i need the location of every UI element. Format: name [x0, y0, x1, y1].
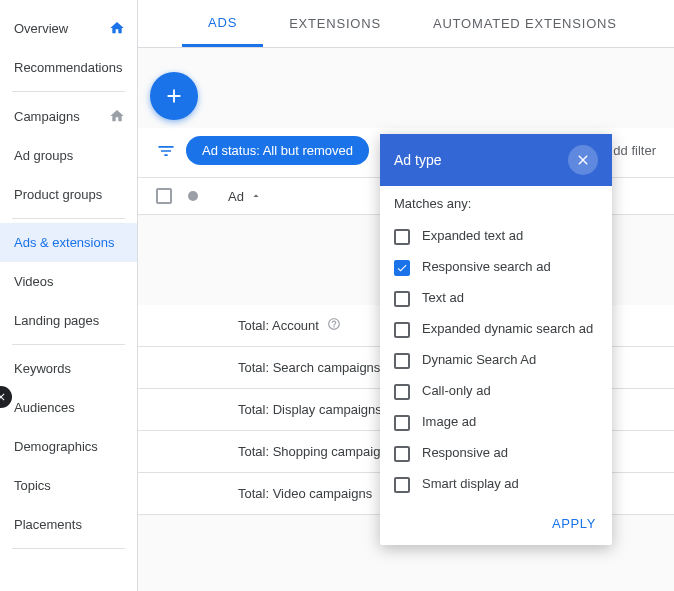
sidebar-item-recommendations[interactable]: Recommendations	[0, 48, 137, 87]
option-label: Text ad	[422, 290, 464, 305]
column-label: Ad	[228, 189, 244, 204]
tab-extensions[interactable]: EXTENSIONS	[263, 0, 407, 47]
sidebar-item-label: Topics	[14, 478, 51, 493]
option-responsive-ad[interactable]: Responsive ad	[394, 438, 600, 469]
sidebar-item-label: Keywords	[14, 361, 71, 376]
option-label: Call-only ad	[422, 383, 491, 398]
close-icon	[575, 152, 591, 168]
home-icon	[109, 108, 125, 124]
popup-title: Ad type	[394, 152, 441, 168]
help-icon[interactable]	[327, 317, 341, 334]
summary-label: Total: Shopping campaig	[238, 444, 380, 459]
option-call-only[interactable]: Call-only ad	[394, 376, 600, 407]
sidebar-item-placements[interactable]: Placements	[0, 505, 137, 544]
option-text-ad[interactable]: Text ad	[394, 283, 600, 314]
summary-label: Total: Search campaigns	[238, 360, 380, 375]
summary-label: Total: Account	[238, 318, 319, 333]
sidebar-item-topics[interactable]: Topics	[0, 466, 137, 505]
plus-icon	[163, 85, 185, 107]
divider	[12, 548, 125, 549]
matches-label: Matches any:	[394, 196, 600, 211]
sidebar-item-label: Landing pages	[14, 313, 99, 328]
apply-button[interactable]: APPLY	[552, 516, 596, 531]
home-icon	[109, 20, 125, 36]
option-label: Expanded dynamic search ad	[422, 321, 593, 336]
filter-chip[interactable]: Ad status: All but removed	[186, 136, 369, 165]
option-label: Image ad	[422, 414, 476, 429]
status-dot	[188, 191, 198, 201]
sidebar-item-label: Overview	[14, 21, 68, 36]
close-icon	[0, 391, 7, 403]
sidebar-item-ads-extensions[interactable]: Ads & extensions	[0, 223, 137, 262]
sidebar-item-label: Ads & extensions	[14, 235, 114, 250]
sidebar-item-label: Audiences	[14, 400, 75, 415]
sidebar-item-audiences[interactable]: Audiences	[0, 388, 137, 427]
filter-icon[interactable]	[152, 141, 180, 161]
popup-footer: APPLY	[380, 506, 612, 545]
sidebar-item-label: Recommendations	[14, 60, 122, 75]
tab-ads[interactable]: ADS	[182, 0, 263, 47]
sidebar-item-label: Placements	[14, 517, 82, 532]
select-all-checkbox[interactable]	[156, 188, 172, 204]
sidebar-item-label: Product groups	[14, 187, 102, 202]
close-button[interactable]	[568, 145, 598, 175]
ad-type-popup: Ad type Matches any: Expanded text ad Re…	[380, 134, 612, 545]
option-label: Responsive search ad	[422, 259, 551, 274]
popup-header: Ad type	[380, 134, 612, 186]
sidebar-item-label: Videos	[14, 274, 54, 289]
check-icon	[396, 262, 408, 274]
sidebar: Overview Recommendations Campaigns Ad gr…	[0, 0, 138, 591]
sidebar-item-productgroups[interactable]: Product groups	[0, 175, 137, 214]
tabs: ADS EXTENSIONS AUTOMATED EXTENSIONS	[138, 0, 674, 48]
option-label: Smart display ad	[422, 476, 519, 491]
add-filter[interactable]: dd filter	[613, 143, 660, 158]
option-smart-display[interactable]: Smart display ad	[394, 469, 600, 500]
tab-automated-extensions[interactable]: AUTOMATED EXTENSIONS	[407, 0, 643, 47]
sidebar-item-videos[interactable]: Videos	[0, 262, 137, 301]
sidebar-item-campaigns[interactable]: Campaigns	[0, 96, 137, 136]
summary-label: Total: Display campaigns	[238, 402, 382, 417]
sidebar-item-label: Ad groups	[14, 148, 73, 163]
option-expanded-dynamic[interactable]: Expanded dynamic search ad	[394, 314, 600, 345]
divider	[12, 91, 125, 92]
column-ad[interactable]: Ad	[228, 189, 262, 204]
add-button[interactable]	[150, 72, 198, 120]
option-label: Responsive ad	[422, 445, 508, 460]
option-expanded-text-ad[interactable]: Expanded text ad	[394, 221, 600, 252]
option-responsive-search-ad[interactable]: Responsive search ad	[394, 252, 600, 283]
option-dynamic-search[interactable]: Dynamic Search Ad	[394, 345, 600, 376]
summary-label: Total: Video campaigns	[238, 486, 372, 501]
sidebar-item-demographics[interactable]: Demographics	[0, 427, 137, 466]
divider	[12, 344, 125, 345]
sidebar-item-label: Campaigns	[14, 109, 80, 124]
sidebar-item-landing[interactable]: Landing pages	[0, 301, 137, 340]
popup-body: Matches any: Expanded text ad Responsive…	[380, 186, 612, 506]
sidebar-item-overview[interactable]: Overview	[0, 8, 137, 48]
sidebar-item-adgroups[interactable]: Ad groups	[0, 136, 137, 175]
divider	[12, 218, 125, 219]
arrow-up-icon	[250, 190, 262, 202]
option-label: Dynamic Search Ad	[422, 352, 536, 367]
option-label: Expanded text ad	[422, 228, 523, 243]
sidebar-item-keywords[interactable]: Keywords	[0, 349, 137, 388]
option-image-ad[interactable]: Image ad	[394, 407, 600, 438]
sidebar-item-label: Demographics	[14, 439, 98, 454]
